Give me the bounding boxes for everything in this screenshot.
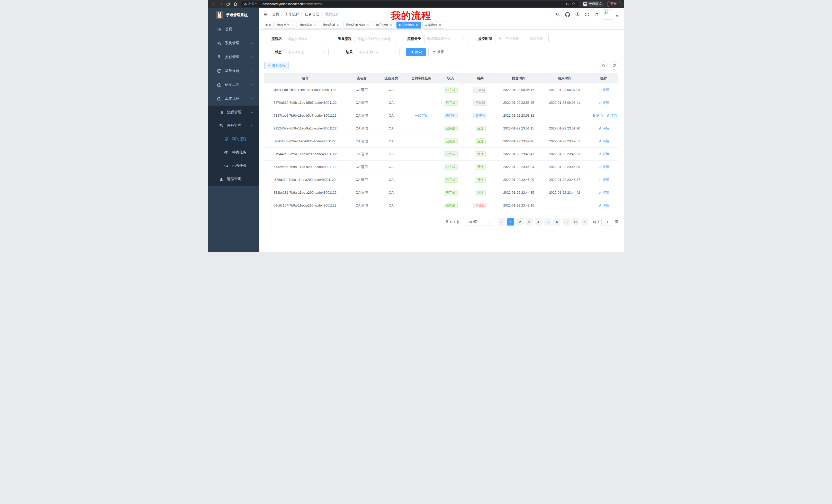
pen-icon [599,101,602,104]
app-logo-row[interactable]: 芋道管理系统 [208,8,259,22]
close-icon[interactable] [367,23,370,27]
avatar-caret-icon[interactable] [616,16,618,17]
sidebar-item-home[interactable]: 首页 [208,22,259,36]
detail-action-link[interactable]: 详情 [599,177,609,182]
start-process-button[interactable]: 发起流程 [264,62,289,69]
tab-my-process[interactable]: 我的流程 [396,22,421,29]
close-icon[interactable] [314,23,317,27]
refresh-table-button[interactable] [610,61,618,69]
goto-page-input[interactable] [601,218,613,226]
cell-end-time: 2022-01-23 00:07:03 [540,83,589,96]
close-icon[interactable] [415,23,419,27]
pager-page-3[interactable]: 3 [525,218,533,226]
sidebar-item-task-management[interactable]: 任务管理 [208,119,259,132]
cell-current-task [405,122,438,135]
sidebar-item-label: 支付管理 [225,55,239,59]
back-button[interactable] [211,1,217,7]
process-definition-input[interactable] [355,35,397,43]
reset-button[interactable]: 重置 [428,48,448,56]
close-icon[interactable] [337,23,340,27]
result-select[interactable]: 请选择流结果 [356,48,399,56]
cell-actions: 详情 [589,122,618,135]
sidebar-item-label: 已办任务 [232,163,246,168]
page-size-select[interactable]: 10条/页 [463,218,493,226]
breadcrumb-item[interactable]: 工作流程 [285,12,299,17]
sidebar-item-infrastructure[interactable]: 基础设施 [208,64,259,78]
detail-action-link[interactable]: 详情 [606,113,617,118]
close-icon[interactable] [438,23,442,27]
detail-action-link[interactable]: 详情 [599,203,609,207]
avatar[interactable] [603,9,613,20]
pager-more-button[interactable]: ••• [563,218,570,226]
sidebar-item-workflow[interactable]: 工作流程 [208,92,259,106]
column-header: 结束时间 [540,73,589,83]
pager-page-6[interactable]: 6 [553,218,561,226]
tab-label: 流程表单 [323,23,335,27]
cancel-action-link[interactable]: 取消 [592,113,603,118]
breadcrumb-item[interactable]: 首页 [272,12,279,17]
bookmark-star-icon[interactable] [571,1,577,7]
pager-page-5[interactable]: 5 [544,218,551,226]
sidebar-item-label: 待办任务 [232,150,246,155]
address-bar[interactable]: 不安全 dashboard.yudao.iocoder.cn/bpm/task/… [241,1,579,7]
sidebar-item-system[interactable]: 系统管理 [208,36,259,50]
process-name-input[interactable] [285,35,327,43]
pager-page-2[interactable]: 2 [516,218,523,226]
detail-action-link[interactable]: 详情 [599,139,609,143]
sidebar-item-payment[interactable]: ¥支付管理 [208,50,259,64]
password-key-icon[interactable] [564,1,571,7]
tab-process-form-edit[interactable]: 流程表单-编辑 [343,22,372,29]
detail-action-link[interactable]: 详情 [599,101,609,105]
current-task-link[interactable]: 一级审批 [415,114,428,117]
update-button[interactable]: 更新 [607,1,622,7]
reload-button[interactable] [225,1,231,7]
browser-menu-icon[interactable] [619,3,619,6]
toolbox-icon [217,82,222,87]
pager-page-1[interactable]: 1 [507,218,514,226]
pager-prev-button[interactable] [498,218,505,226]
sidebar-item-todo-tasks[interactable]: 待办任务 [208,146,259,159]
sidebar-toggle-icon[interactable] [263,12,268,17]
detail-action-link[interactable]: 详情 [599,152,609,156]
pager-page-4[interactable]: 4 [535,218,542,226]
status-label: 状态 [264,50,282,54]
date-start-placeholder[interactable]: 开始日期 [503,36,522,41]
search-button[interactable]: 搜索 [406,48,426,56]
home-button[interactable] [232,1,238,7]
toggle-search-button[interactable] [600,61,608,69]
detail-action-link[interactable]: 详情 [599,126,609,131]
help-icon[interactable] [575,12,580,17]
forward-button[interactable] [218,1,224,7]
detail-action-link[interactable]: 详情 [599,165,609,169]
close-icon[interactable] [390,23,393,27]
pager-page-11[interactable]: 11 [572,218,579,226]
close-icon[interactable] [291,23,294,27]
tab-process-model[interactable]: 流程模型 [298,22,319,29]
sidebar-item-my-process[interactable]: 我的流程 [208,132,259,146]
goto-page: 前往 页 [593,218,618,226]
font-size-icon[interactable]: TT [594,12,598,17]
pen-icon [599,204,602,207]
detail-action-link[interactable]: 详情 [599,88,609,92]
sidebar-item-process-management[interactable]: 流程管理 [208,106,259,119]
sidebar-item-done-tasks[interactable]: 已办任务 [208,159,259,172]
tab-start-process[interactable]: 发起流程 [422,22,444,29]
tab-user-group[interactable]: 用户分组 [373,22,395,29]
date-end-placeholder[interactable]: 结束日期 [526,36,546,41]
tab-home[interactable]: 首页 [263,22,274,29]
github-icon[interactable] [565,12,570,17]
fullscreen-icon[interactable] [585,12,590,17]
sidebar-item-leave-query[interactable]: 请假查询 [208,172,259,186]
detail-action-link[interactable]: 详情 [599,190,609,195]
pager-next-button[interactable] [581,218,588,226]
list-icon [219,110,224,115]
process-category-select[interactable]: 请选择流程分类 [424,35,468,43]
cell-submit-time: 2022-01-22 23:53:32 [497,109,540,122]
tab-process-definition[interactable]: 流程定义 [275,22,296,29]
tab-process-form[interactable]: 流程表单 [321,22,342,29]
sidebar-item-devtools[interactable]: 研发工具 [208,78,259,92]
breadcrumb-item[interactable]: 任务管理 [305,12,319,17]
status-select[interactable]: 请选择状态 [285,48,329,56]
submit-time-daterange[interactable]: 开始日期 - 结束日期 [495,35,549,43]
search-icon[interactable] [555,12,561,17]
